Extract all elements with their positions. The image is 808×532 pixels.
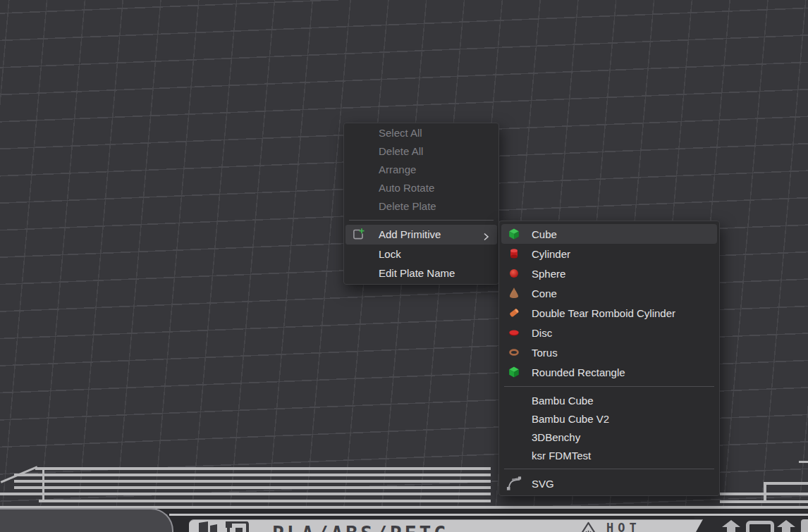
submenu-item-label: Sphere	[532, 268, 565, 280]
plate-type-logo-icon	[226, 521, 251, 532]
submenu-item-sphere[interactable]: Sphere	[501, 264, 717, 283]
plate-edge-line	[14, 486, 491, 489]
arrow-up-icon	[721, 520, 742, 532]
bezier-curve-icon	[506, 476, 522, 491]
submenu-item-bambu-cube-v2[interactable]: Bambu Cube V2	[501, 409, 717, 428]
menu-item-delete-plate[interactable]: Delete Plate	[345, 197, 497, 216]
hot-label: HOT	[606, 521, 641, 532]
submenu-item-double-tear-romboid-cylinder[interactable]: Double Tear Romboid Cylinder	[501, 303, 717, 323]
cube-icon	[508, 228, 520, 240]
3d-viewport[interactable]: PLA/ABS/PETG HOT Select All Delete All A…	[0, 0, 808, 532]
submenu-item-bambu-cube[interactable]: Bambu Cube	[501, 391, 717, 409]
disc-icon	[508, 326, 520, 339]
submenu-item-label: Bambu Cube V2	[532, 413, 609, 425]
menu-item-add-primitive[interactable]: Add Primitive	[345, 225, 497, 245]
submenu-item-3dbenchy[interactable]: 3DBenchy	[501, 428, 717, 446]
plate-front-corner	[0, 508, 173, 532]
cylinder-icon	[508, 247, 520, 260]
submenu-item-cube[interactable]: Cube	[501, 224, 717, 244]
menu-item-label: Select All	[379, 127, 422, 139]
bambu-logo-icon	[199, 521, 221, 532]
menu-item-select-all[interactable]: Select All	[345, 124, 497, 142]
menu-item-delete-all[interactable]: Delete All	[345, 142, 497, 161]
plate-corner-line	[764, 482, 808, 485]
submenu-separator	[504, 386, 714, 387]
plate-edge-blob	[801, 519, 808, 532]
hot-warning-triangle-icon	[579, 521, 598, 532]
menu-item-label: Delete Plate	[379, 200, 436, 212]
plate-slot-icon	[746, 521, 774, 532]
plate-edge-tick	[42, 468, 44, 502]
sphere-icon	[508, 267, 520, 280]
submenu-item-rounded-rectangle[interactable]: Rounded Rectangle	[501, 362, 717, 382]
plate-edge-mark	[799, 461, 808, 463]
plate-corner-line	[764, 482, 766, 502]
romboid-cylinder-icon	[508, 307, 520, 319]
submenu-item-label: Cone	[532, 287, 557, 299]
add-primitive-icon	[351, 228, 365, 242]
submenu-item-label: Cylinder	[532, 248, 570, 260]
submenu-item-label: Rounded Rectangle	[532, 366, 625, 378]
menu-item-label: Lock	[379, 248, 401, 260]
menu-item-edit-plate-name[interactable]: Edit Plate Name	[345, 264, 497, 283]
submenu-item-disc[interactable]: Disc	[501, 323, 717, 342]
submenu-item-label: Bambu Cube	[532, 395, 594, 407]
submenu-item-label: Torus	[532, 347, 558, 359]
menu-separator	[349, 220, 494, 221]
menu-item-label: Edit Plate Name	[379, 267, 455, 279]
menu-item-label: Delete All	[379, 145, 423, 157]
menu-item-auto-rotate[interactable]: Auto Rotate	[345, 179, 497, 197]
arrow-up-icon	[776, 520, 797, 532]
submenu-item-cone[interactable]: Cone	[501, 283, 717, 303]
plate-edge-line	[0, 493, 491, 495]
submenu-item-label: ksr FDMTest	[532, 450, 591, 462]
submenu-item-ksr-fdmtest[interactable]: ksr FDMTest	[501, 446, 717, 464]
chevron-right-icon	[480, 229, 491, 240]
plate-edge-line	[14, 480, 491, 483]
menu-item-label: Arrange	[379, 163, 416, 175]
plate-front-line	[169, 514, 808, 516]
plate-label-strip: PLA/ABS/PETG HOT	[189, 519, 703, 532]
submenu-item-label: Disc	[532, 327, 552, 339]
plate-edge-line	[14, 474, 491, 476]
menu-item-label: Add Primitive	[379, 228, 441, 240]
submenu-separator	[504, 469, 714, 469]
plate-edge-line	[35, 467, 491, 470]
context-menu: Select All Delete All Arrange Auto Rotat…	[343, 123, 499, 285]
submenu-item-svg[interactable]: SVG	[501, 474, 717, 493]
plate-edge-line	[39, 500, 491, 502]
menu-item-arrange[interactable]: Arrange	[345, 161, 497, 179]
submenu-item-label: SVG	[532, 478, 554, 490]
submenu-item-torus[interactable]: Torus	[501, 342, 717, 362]
menu-item-label: Auto Rotate	[379, 182, 434, 194]
submenu-item-label: Cube	[532, 228, 557, 240]
rounded-rectangle-icon	[508, 366, 520, 378]
torus-icon	[508, 346, 520, 359]
menu-item-lock[interactable]: Lock	[345, 245, 497, 264]
plate-material-text: PLA/ABS/PETG	[272, 522, 448, 532]
submenu-item-label: 3DBenchy	[532, 431, 580, 443]
submenu-item-cylinder[interactable]: Cylinder	[501, 244, 717, 264]
add-primitive-submenu: Cube Cylinder Sphere	[498, 221, 720, 496]
submenu-item-label: Double Tear Romboid Cylinder	[532, 307, 675, 319]
cone-icon	[508, 287, 520, 299]
